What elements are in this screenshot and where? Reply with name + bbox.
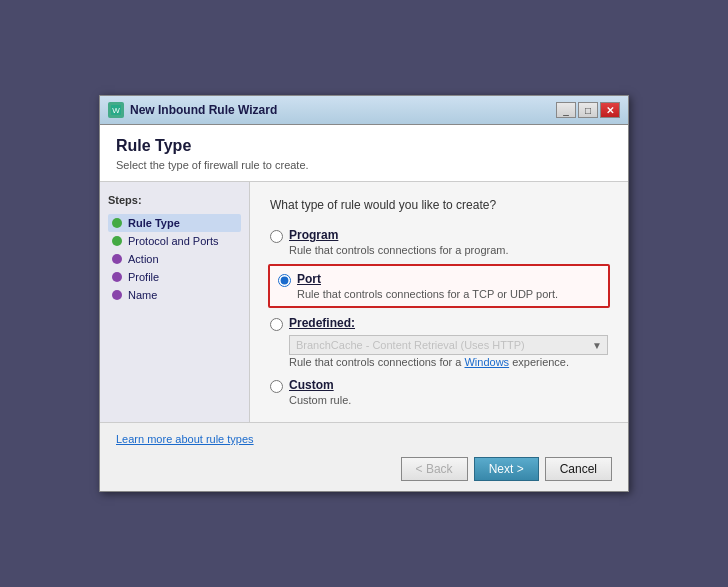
dropdown-wrapper: BranchCache - Content Retrieval (Uses HT… xyxy=(289,335,608,355)
close-button[interactable]: ✕ xyxy=(600,102,620,118)
option-program-desc: Rule that controls connections for a pro… xyxy=(289,244,608,256)
option-predefined-row: Predefined: xyxy=(270,316,608,331)
port-highlight-box: Port Rule that controls connections for … xyxy=(268,264,610,308)
step-dot-protocol-ports xyxy=(112,236,122,246)
option-custom-row: Custom xyxy=(270,378,608,393)
body-section: Steps: Rule Type Protocol and Ports Acti… xyxy=(100,182,628,422)
next-button[interactable]: Next > xyxy=(474,457,539,481)
button-row: < Back Next > Cancel xyxy=(116,457,612,481)
predefined-dropdown[interactable]: BranchCache - Content Retrieval (Uses HT… xyxy=(289,335,608,355)
option-custom-label[interactable]: Custom xyxy=(289,378,334,392)
minimize-button[interactable]: _ xyxy=(556,102,576,118)
option-program-row: Program xyxy=(270,228,608,243)
question-text: What type of rule would you like to crea… xyxy=(270,198,608,212)
option-predefined: Predefined: BranchCache - Content Retrie… xyxy=(270,316,608,368)
step-dot-profile xyxy=(112,272,122,282)
radio-program[interactable] xyxy=(270,230,283,243)
sidebar: Steps: Rule Type Protocol and Ports Acti… xyxy=(100,182,250,422)
radio-predefined[interactable] xyxy=(270,318,283,331)
sidebar-item-action[interactable]: Action xyxy=(108,250,241,268)
footer-section: Learn more about rule types < Back Next … xyxy=(100,422,628,491)
page-title: Rule Type xyxy=(116,137,612,155)
option-port-label[interactable]: Port xyxy=(297,272,321,286)
windows-link[interactable]: Windows xyxy=(464,356,509,368)
page-subtitle: Select the type of firewall rule to crea… xyxy=(116,159,612,171)
option-port-desc: Rule that controls connections for a TCP… xyxy=(297,288,600,300)
sidebar-label-protocol-ports: Protocol and Ports xyxy=(128,235,219,247)
option-program-label[interactable]: Program xyxy=(289,228,338,242)
option-port-row: Port xyxy=(278,272,600,287)
radio-custom[interactable] xyxy=(270,380,283,393)
sidebar-item-protocol-ports[interactable]: Protocol and Ports xyxy=(108,232,241,250)
back-button[interactable]: < Back xyxy=(401,457,468,481)
header-section: Rule Type Select the type of firewall ru… xyxy=(100,125,628,182)
option-group: Program Rule that controls connections f… xyxy=(270,228,608,406)
sidebar-label-name: Name xyxy=(128,289,157,301)
main-window: W New Inbound Rule Wizard _ □ ✕ Rule Typ… xyxy=(99,95,629,492)
title-bar: W New Inbound Rule Wizard _ □ ✕ xyxy=(100,96,628,125)
sidebar-label-rule-type: Rule Type xyxy=(128,217,180,229)
sidebar-item-rule-type[interactable]: Rule Type xyxy=(108,214,241,232)
step-dot-action xyxy=(112,254,122,264)
cancel-button[interactable]: Cancel xyxy=(545,457,612,481)
title-bar-left: W New Inbound Rule Wizard xyxy=(108,102,277,118)
learn-more-link[interactable]: Learn more about rule types xyxy=(116,433,612,445)
sidebar-item-name[interactable]: Name xyxy=(108,286,241,304)
steps-label: Steps: xyxy=(108,194,241,206)
option-port: Port Rule that controls connections for … xyxy=(270,266,608,306)
svg-text:W: W xyxy=(112,106,120,115)
window-title: New Inbound Rule Wizard xyxy=(130,103,277,117)
sidebar-label-profile: Profile xyxy=(128,271,159,283)
option-predefined-desc: Rule that controls connections for a Win… xyxy=(289,356,608,368)
option-program: Program Rule that controls connections f… xyxy=(270,228,608,256)
sidebar-item-profile[interactable]: Profile xyxy=(108,268,241,286)
maximize-button[interactable]: □ xyxy=(578,102,598,118)
main-panel: What type of rule would you like to crea… xyxy=(250,182,628,422)
radio-port[interactable] xyxy=(278,274,291,287)
window-icon: W xyxy=(108,102,124,118)
option-custom-desc: Custom rule. xyxy=(289,394,608,406)
sidebar-label-action: Action xyxy=(128,253,159,265)
step-dot-rule-type xyxy=(112,218,122,228)
option-custom: Custom Custom rule. xyxy=(270,378,608,406)
option-predefined-label[interactable]: Predefined: xyxy=(289,316,355,330)
predefined-section: BranchCache - Content Retrieval (Uses HT… xyxy=(289,335,608,355)
step-dot-name xyxy=(112,290,122,300)
title-controls: _ □ ✕ xyxy=(556,102,620,118)
